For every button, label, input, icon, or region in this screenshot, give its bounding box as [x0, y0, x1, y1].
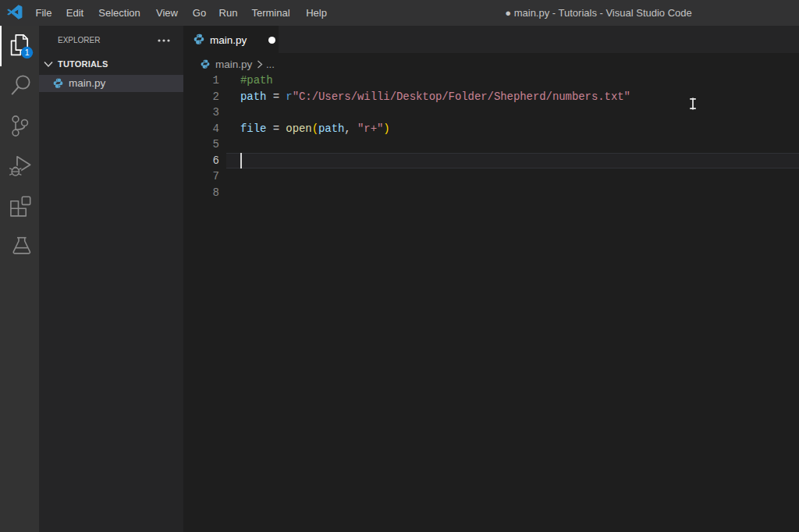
svg-text:1: 1: [25, 48, 30, 57]
